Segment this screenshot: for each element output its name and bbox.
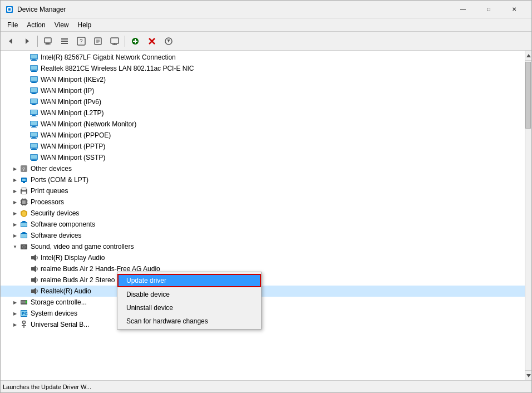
network-adapter-icon — [29, 131, 38, 140]
item-label: Universal Serial B... — [31, 321, 89, 328]
list-item[interactable]: WAN Miniport (IKEv2) — [1, 74, 525, 85]
item-label: WAN Miniport (PPTP) — [41, 143, 105, 150]
svg-marker-116 — [526, 54, 531, 57]
list-item[interactable]: WAN Miniport (IPv6) — [1, 96, 525, 107]
add-button[interactable] — [127, 34, 143, 48]
list-item[interactable]: WAN Miniport (PPTP) — [1, 141, 525, 152]
computer-button[interactable] — [40, 34, 56, 48]
window-controls: — □ ✕ — [450, 1, 527, 18]
item-label: Realtek(R) Audio — [41, 287, 91, 295]
back-button[interactable] — [3, 34, 18, 48]
software-components-icon — [19, 220, 28, 229]
svg-rect-55 — [31, 127, 37, 127]
expand-icon[interactable]: ▶ — [11, 164, 19, 173]
item-label: System devices — [31, 310, 77, 317]
svg-rect-31 — [31, 60, 37, 61]
svg-point-106 — [26, 301, 27, 302]
category-other-devices[interactable]: ▶ ? Other devices — [1, 163, 525, 174]
menu-file[interactable]: File — [3, 19, 22, 31]
list-item[interactable]: realme Buds Air 2 Hands-Free AG Audio — [1, 263, 525, 274]
help-button[interactable]: ? — [73, 34, 89, 48]
svg-text:?: ? — [80, 38, 83, 45]
scroll-down-button[interactable] — [525, 370, 531, 380]
close-button[interactable]: ✕ — [501, 1, 527, 18]
list-item[interactable]: Intel(R) 82567LF Gigabit Network Connect… — [1, 52, 525, 63]
expand-icon[interactable]: ▶ — [11, 186, 19, 195]
svg-rect-101 — [31, 289, 33, 293]
svg-rect-33 — [31, 66, 37, 70]
realtek-audio-item[interactable]: Realtek(R) Audio — [1, 286, 525, 297]
expand-icon[interactable]: ▶ — [11, 298, 19, 307]
context-menu-scan-hardware[interactable]: Scan for hardware changes — [117, 315, 261, 328]
item-label: Intel(R) 82567LF Gigabit Network Connect… — [41, 53, 176, 61]
menu-help[interactable]: Help — [73, 19, 96, 31]
item-label: Sound, video and game controllers — [31, 243, 134, 250]
list-button[interactable] — [57, 34, 72, 48]
expand-icon[interactable]: ▶ — [11, 220, 19, 229]
download-button[interactable] — [161, 34, 176, 48]
menu-view[interactable]: View — [50, 19, 73, 31]
expand-icon[interactable]: ▶ — [11, 309, 19, 318]
svg-rect-58 — [32, 137, 36, 138]
list-item[interactable]: Realtek 8821CE Wireless LAN 802.11ac PCI… — [1, 63, 525, 74]
context-menu-uninstall-device[interactable]: Uninstall device — [117, 301, 261, 315]
display-button[interactable] — [107, 34, 122, 48]
list-item[interactable]: WAN Miniport (IP) — [1, 85, 525, 96]
svg-rect-77 — [22, 200, 26, 204]
minimize-button[interactable]: — — [450, 1, 476, 18]
item-label: realme Buds Air 2 Stereo — [41, 276, 115, 284]
list-item[interactable]: Intel(R) Display Audio — [1, 252, 525, 263]
category-storage[interactable]: ▶ Storage controlle... — [1, 297, 525, 308]
svg-rect-99 — [31, 278, 33, 282]
menu-item-label: Disable device — [126, 291, 170, 298]
list-item[interactable]: WAN Miniport (SSTP) — [1, 152, 525, 163]
expand-icon[interactable]: ▶ — [11, 231, 19, 240]
forward-button[interactable] — [19, 34, 35, 48]
expand-icon[interactable]: ▶ — [11, 320, 19, 329]
expand-icon[interactable]: ▶ — [11, 209, 19, 218]
tree-view[interactable]: Intel(R) 82567LF Gigabit Network Connect… — [1, 51, 525, 380]
context-menu-disable-device[interactable]: Disable device — [117, 288, 261, 301]
category-ports[interactable]: ▶ Ports (COM & LPT) — [1, 174, 525, 185]
svg-rect-49 — [31, 110, 37, 114]
list-item[interactable]: WAN Miniport (Network Monitor) — [1, 119, 525, 130]
network-adapter-icon — [29, 64, 38, 73]
svg-marker-3 — [9, 38, 12, 44]
item-label: Print queues — [31, 187, 68, 195]
software-devices-icon — [19, 231, 28, 240]
svg-rect-47 — [31, 105, 37, 105]
scrollbar[interactable] — [525, 51, 531, 380]
svg-rect-34 — [32, 71, 36, 71]
category-software-components[interactable]: ▶ Software components — [1, 219, 525, 230]
expand-icon[interactable]: ▶ — [11, 198, 19, 207]
category-software-devices[interactable]: ▶ Software devices — [1, 230, 525, 241]
maximize-button[interactable]: □ — [476, 1, 501, 18]
category-security-devices[interactable]: ▶ Security devices — [1, 208, 525, 219]
list-item[interactable]: realme Buds Air 2 Stereo — [1, 274, 525, 286]
category-processors[interactable]: ▶ Processors — [1, 196, 525, 208]
category-sound[interactable]: ▼ Sound, video and game controllers — [1, 241, 525, 252]
context-menu-update-driver[interactable]: Update driver — [117, 274, 261, 287]
expand-icon[interactable]: ▶ — [11, 175, 19, 184]
svg-rect-30 — [32, 60, 36, 60]
category-print-queues[interactable]: ▶ Print queues — [1, 185, 525, 196]
remove-button[interactable] — [144, 34, 160, 48]
svg-rect-42 — [32, 93, 36, 94]
menu-action[interactable]: Action — [22, 19, 50, 31]
list-item[interactable]: WAN Miniport (PPPOE) — [1, 130, 525, 141]
category-system[interactable]: ▶ PC System devices — [1, 308, 525, 319]
list-item[interactable]: WAN Miniport (L2TP) — [1, 107, 525, 119]
scrollbar-thumb[interactable] — [525, 62, 531, 129]
svg-rect-10 — [61, 43, 68, 44]
scroll-up-button[interactable] — [525, 51, 531, 61]
network-adapter-icon — [29, 53, 38, 62]
category-usb[interactable]: ▶ Universal Serial B... — [1, 319, 525, 330]
properties-button[interactable] — [90, 34, 106, 48]
item-label: Ports (COM & LPT) — [31, 176, 88, 184]
audio-icon — [29, 264, 38, 273]
status-bar: Launches the Update Driver W... — [1, 380, 531, 392]
expand-icon[interactable]: ▼ — [11, 242, 19, 251]
svg-rect-97 — [31, 267, 33, 271]
system-icon: PC — [19, 309, 28, 318]
svg-rect-41 — [31, 88, 37, 92]
